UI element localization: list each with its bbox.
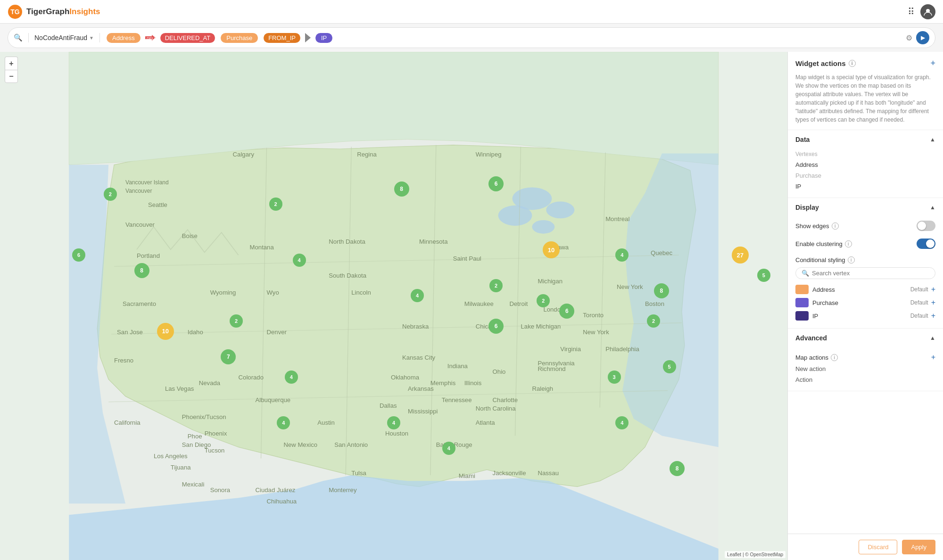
tag-address[interactable]: Address [107, 33, 141, 43]
map-marker[interactable]: 4 [615, 416, 629, 429]
map-marker[interactable]: 10 [543, 241, 560, 258]
svg-text:Houston: Houston [385, 430, 408, 437]
map-actions-info-icon[interactable]: i [831, 354, 838, 361]
widget-actions-section: Widget actions i + Map widget is a speci… [788, 52, 943, 130]
svg-text:Vancouver Island: Vancouver Island [125, 179, 169, 186]
search-vertex-input-wrapper[interactable]: 🔍 [795, 267, 935, 279]
map-actions-plus-button[interactable]: + [931, 353, 935, 362]
display-section: Display ▲ Show edges i Enable clustering… [788, 198, 943, 329]
widget-actions-info-icon[interactable]: i [849, 60, 856, 67]
zoom-in-button[interactable]: + [5, 57, 18, 70]
map-marker[interactable]: 2 [269, 198, 282, 211]
conditional-styling-section: Conditional styling i 🔍 Address Default … [788, 253, 943, 328]
svg-text:Nebraska: Nebraska [402, 323, 429, 330]
zoom-out-button[interactable]: − [5, 70, 18, 83]
svg-text:New Mexico: New Mexico [283, 441, 317, 448]
map-marker[interactable]: 6 [488, 176, 504, 191]
map-marker[interactable]: 6 [72, 248, 85, 262]
map-area[interactable]: Seattle Vancouver Portland Sacramento Sa… [0, 52, 787, 560]
data-section-header[interactable]: Data ▲ [788, 130, 943, 149]
address-color-plus-button[interactable]: + [931, 285, 935, 294]
map-marker[interactable]: 8 [670, 461, 685, 476]
enable-clustering-toggle[interactable] [917, 239, 935, 249]
svg-text:Albuquerque: Albuquerque [256, 396, 291, 404]
tag-from-ip[interactable]: FROM_IP [264, 33, 300, 43]
map-marker[interactable]: 10 [157, 323, 174, 340]
map-marker[interactable]: 4 [411, 289, 424, 302]
search-dropdown[interactable]: NoCodeAntiFraud ▼ [34, 34, 94, 41]
svg-text:Mississippi: Mississippi [408, 408, 438, 415]
svg-text:Raleigh: Raleigh [532, 385, 553, 392]
svg-text:Atlanta: Atlanta [476, 419, 496, 426]
color-row-address: Address Default + [795, 283, 935, 296]
conditional-styling-label: Conditional styling i [795, 256, 935, 264]
show-edges-info-icon[interactable]: i [832, 222, 839, 230]
map-marker[interactable]: 6 [559, 304, 574, 319]
map-marker[interactable]: 3 [608, 371, 621, 384]
svg-text:Indiana: Indiana [447, 362, 468, 370]
svg-text:Virginia: Virginia [560, 346, 581, 353]
play-button[interactable]: ▶ [916, 31, 929, 44]
tag-delivered-at[interactable]: DELIVERED_AT [160, 33, 215, 43]
display-section-title: Display [795, 204, 819, 211]
search-vertex-input[interactable] [812, 270, 929, 277]
svg-text:Phoe: Phoe [188, 433, 202, 440]
svg-text:Seattle: Seattle [148, 201, 167, 208]
conditional-styling-info-icon[interactable]: i [848, 256, 855, 264]
svg-text:Calgary: Calgary [233, 151, 255, 158]
svg-text:Sacramento: Sacramento [123, 300, 156, 307]
svg-text:San Antonio: San Antonio [334, 441, 368, 448]
map-marker[interactable]: 2 [104, 188, 117, 201]
vertexes-label: Vertexes [795, 151, 935, 157]
map-marker[interactable]: 8 [654, 283, 669, 298]
svg-text:Tucson: Tucson [205, 447, 225, 454]
advanced-section-header[interactable]: Advanced ▲ [788, 329, 943, 347]
discard-button[interactable]: Discard [859, 540, 897, 554]
map-marker[interactable]: 4 [293, 254, 306, 267]
map-marker[interactable]: 4 [277, 416, 290, 429]
map-marker[interactable]: 4 [285, 371, 298, 384]
widget-actions-plus-button[interactable]: + [930, 58, 935, 68]
new-action-item[interactable]: New action [795, 363, 935, 374]
svg-text:Illinois: Illinois [464, 379, 482, 387]
svg-text:Jacksonville: Jacksonville [493, 469, 526, 477]
display-chevron-icon: ▲ [930, 204, 935, 211]
svg-text:New York: New York [583, 329, 609, 336]
map-marker[interactable]: 4 [615, 248, 629, 262]
logo-text: TigerGraphInsights [26, 7, 100, 16]
map-marker[interactable]: 4 [442, 442, 455, 455]
map-marker[interactable]: 2 [489, 279, 503, 292]
map-marker[interactable]: 8 [394, 181, 409, 197]
avatar[interactable] [920, 4, 935, 19]
apply-button[interactable]: Apply [902, 540, 935, 554]
map-actions-label: Map actions i [795, 354, 838, 361]
svg-text:California: California [114, 419, 141, 426]
settings-icon[interactable]: ⚙ [906, 33, 912, 42]
svg-text:San Jose: San Jose [117, 329, 143, 336]
map-marker[interactable]: 8 [134, 263, 149, 278]
map-marker[interactable]: 6 [488, 319, 504, 334]
enable-clustering-info-icon[interactable]: i [845, 240, 852, 247]
ip-color-plus-button[interactable]: + [931, 312, 935, 320]
map-marker[interactable]: 27 [732, 247, 749, 264]
svg-text:Denver: Denver [266, 329, 287, 336]
purchase-color-plus-button[interactable]: + [931, 298, 935, 307]
map-marker[interactable]: 4 [387, 416, 400, 429]
tag-purchase[interactable]: Purchase [221, 33, 258, 43]
action-item[interactable]: Action [795, 374, 935, 385]
svg-point-10 [498, 206, 532, 226]
map-marker[interactable]: 2 [230, 314, 243, 328]
panel-spacer [788, 391, 943, 534]
ip-color-swatch [795, 311, 809, 321]
map-marker[interactable]: 2 [537, 294, 550, 307]
enable-clustering-toggle-knob [926, 239, 935, 248]
map-marker[interactable]: 5 [757, 269, 770, 282]
map-marker[interactable]: 2 [647, 314, 660, 328]
show-edges-toggle[interactable] [917, 221, 935, 231]
grid-icon[interactable]: ⠿ [908, 6, 915, 17]
display-section-header[interactable]: Display ▲ [788, 198, 943, 217]
map-marker[interactable]: 5 [663, 360, 676, 373]
map-marker[interactable]: 7 [221, 349, 236, 364]
svg-text:Montreal: Montreal [605, 215, 629, 222]
tag-ip[interactable]: IP [315, 33, 332, 43]
